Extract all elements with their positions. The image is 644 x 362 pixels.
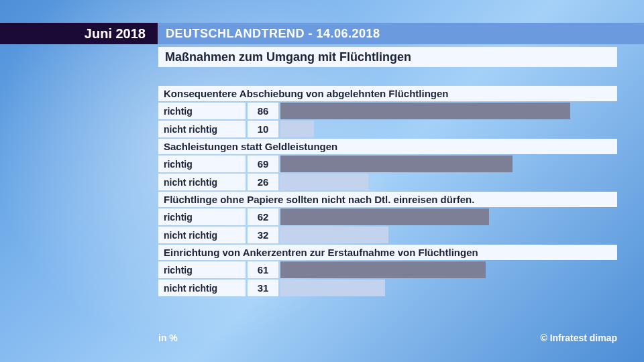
answer-row: nicht richtig26 xyxy=(158,174,617,190)
bar xyxy=(280,261,486,278)
answer-value: 10 xyxy=(248,121,278,137)
question-header: Sachleistungen statt Geldleistungen xyxy=(158,139,617,154)
bar-area xyxy=(280,208,617,225)
question-group: Flüchtlinge ohne Papiere sollten nicht n… xyxy=(158,192,617,243)
bar-area xyxy=(280,121,617,137)
answer-label: nicht richtig xyxy=(158,227,246,243)
subtitle-strip: Maßnahmen zum Umgang mit Flüchtlingen xyxy=(158,47,617,67)
answer-label: richtig xyxy=(158,103,246,119)
answer-row: richtig62 xyxy=(158,208,617,225)
header-row: Juni 2018 DEUTSCHLANDTREND - 14.06.2018 xyxy=(0,23,644,44)
bar xyxy=(280,227,388,243)
question-group: Konsequentere Abschiebung von abgelehnte… xyxy=(158,86,617,137)
bar-area xyxy=(280,261,617,278)
question-group: Einrichtung von Ankerzentren zur Erstauf… xyxy=(158,245,617,296)
bar-area xyxy=(280,103,617,119)
bar xyxy=(280,174,368,190)
question-group: Sachleistungen statt Geldleistungenricht… xyxy=(158,139,617,190)
bar xyxy=(280,156,513,172)
date-box: Juni 2018 xyxy=(0,23,158,44)
answer-value: 61 xyxy=(248,261,278,278)
answer-label: nicht richtig xyxy=(158,121,246,137)
answer-value: 62 xyxy=(248,208,278,225)
answer-value: 69 xyxy=(248,156,278,172)
answer-label: richtig xyxy=(158,208,246,225)
answer-row: nicht richtig31 xyxy=(158,280,617,296)
answer-label: nicht richtig xyxy=(158,280,246,296)
bar xyxy=(280,280,385,296)
bar-area xyxy=(280,156,617,172)
footer-unit: in % xyxy=(158,333,178,343)
chart-content: Konsequentere Abschiebung von abgelehnte… xyxy=(158,86,617,298)
bar-area xyxy=(280,227,617,243)
question-header: Einrichtung von Ankerzentren zur Erstauf… xyxy=(158,245,617,260)
answer-label: nicht richtig xyxy=(158,174,246,190)
answer-row: richtig61 xyxy=(158,261,617,278)
footer-source: © Infratest dimap xyxy=(540,333,617,343)
bar xyxy=(280,208,489,225)
bar xyxy=(280,121,314,137)
answer-value: 26 xyxy=(248,174,278,190)
answer-label: richtig xyxy=(158,261,246,278)
answer-value: 31 xyxy=(248,280,278,296)
answer-row: nicht richtig10 xyxy=(158,121,617,137)
answer-row: nicht richtig32 xyxy=(158,227,617,243)
answer-row: richtig86 xyxy=(158,103,617,119)
answer-label: richtig xyxy=(158,156,246,172)
question-header: Flüchtlinge ohne Papiere sollten nicht n… xyxy=(158,192,617,207)
bar-area xyxy=(280,174,617,190)
answer-row: richtig69 xyxy=(158,156,617,172)
footer: in % © Infratest dimap xyxy=(158,333,617,343)
answer-value: 32 xyxy=(248,227,278,243)
bar-area xyxy=(280,280,617,296)
question-header: Konsequentere Abschiebung von abgelehnte… xyxy=(158,86,617,101)
answer-value: 86 xyxy=(248,103,278,119)
title-strip: DEUTSCHLANDTREND - 14.06.2018 xyxy=(158,23,644,44)
bar xyxy=(280,103,570,119)
